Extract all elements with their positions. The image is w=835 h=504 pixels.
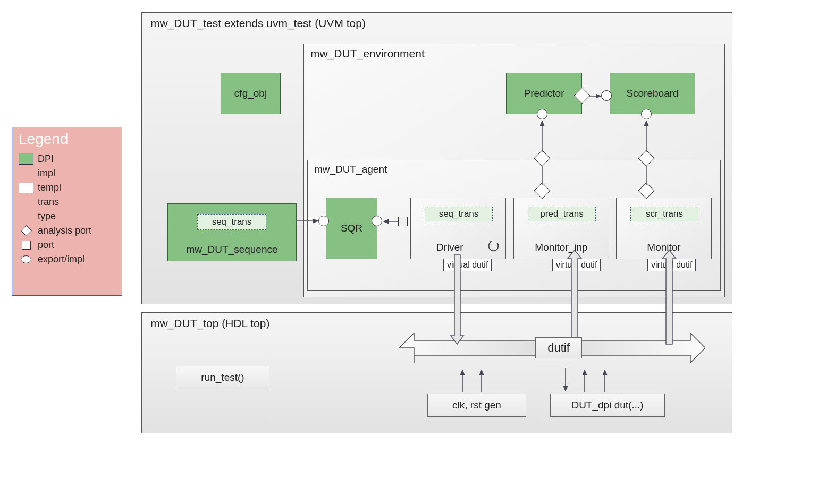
legend-panel: Legend DPI impl templ trans type analysi… xyxy=(12,127,122,296)
dutif-box: dutif xyxy=(535,337,582,358)
hdl-top-title: mw_DUT_top (HDL top) xyxy=(150,317,269,330)
monitor-inp-label: Monitor_inp xyxy=(514,242,609,253)
environment-title: mw_DUT_environment xyxy=(310,47,425,60)
driver-label: Driver xyxy=(436,242,463,253)
dut-dpi-label: DUT_dpi dut(...) xyxy=(571,399,643,411)
hdl-top-container: mw_DUT_top (HDL top) run_test() dutif cl… xyxy=(141,312,732,433)
scoreboard-box: Scoreboard xyxy=(610,73,695,114)
legend-export-label: export/impl xyxy=(38,254,85,265)
clk-rst-box: clk, rst gen xyxy=(427,394,526,417)
square-icon xyxy=(22,241,31,250)
driver-trans-label: seq_trans xyxy=(439,209,479,219)
monitor-trans-label: scr_trans xyxy=(646,209,683,219)
sequence-trans: seq_trans xyxy=(197,214,266,230)
legend-impl-row: impl xyxy=(19,168,122,179)
predictor-label: Predictor xyxy=(524,88,564,99)
cfg-obj-label: cfg_obj xyxy=(234,88,267,99)
clk-rst-label: clk, rst gen xyxy=(452,399,501,411)
sequence-label: mw_DUT_sequence xyxy=(186,244,277,255)
loop-icon xyxy=(486,240,500,253)
monitor-label: Monitor xyxy=(617,242,711,253)
sqr-right-export xyxy=(372,216,382,226)
sequence-trans-label: seq_trans xyxy=(212,217,252,227)
scoreboard-export xyxy=(601,90,612,101)
templ-swatch xyxy=(19,183,33,193)
legend-dpi-label: DPI xyxy=(38,153,54,165)
sqr-export xyxy=(318,216,329,226)
scoreboard-label: Scoreboard xyxy=(626,88,678,99)
monitor-inp-trans-label: pred_trans xyxy=(540,209,583,219)
sqr-box: SQR xyxy=(326,198,377,259)
legend-type-label: type xyxy=(38,211,56,222)
legend-port-label: port xyxy=(38,240,54,251)
driver-port xyxy=(398,217,408,226)
monitor-inp-trans: pred_trans xyxy=(528,207,596,221)
legend-templ-row: templ xyxy=(19,182,122,193)
sequence-box: mw_DUT_sequence seq_trans xyxy=(167,203,297,261)
monitor-inp-box: Monitor_inp pred_trans xyxy=(513,198,609,259)
monitor-box: Monitor scr_trans xyxy=(616,198,712,259)
sqr-label: SQR xyxy=(341,223,362,234)
agent-title: mw_DUT_agent xyxy=(314,164,387,175)
dut-dpi-box: DUT_dpi dut(...) xyxy=(550,394,665,417)
uvm-test-title: mw_DUT_test extends uvm_test (UVM top) xyxy=(150,17,366,30)
driver-box: Driver seq_trans xyxy=(410,198,506,259)
legend-type-row: type xyxy=(19,211,122,222)
legend-trans-label: trans xyxy=(38,197,59,208)
diamond-icon xyxy=(20,225,31,236)
runtest-box: run_test() xyxy=(176,366,269,389)
legend-analysis-label: analysis port xyxy=(38,225,91,236)
scoreboard-bottom-export xyxy=(641,109,652,119)
driver-dutif-badge: virtual dutif xyxy=(443,259,492,271)
monitor-trans: scr_trans xyxy=(630,207,698,221)
monitor-dutif-badge: virtual dutif xyxy=(647,259,696,271)
legend-title: Legend xyxy=(19,131,122,148)
legend-port-row: port xyxy=(19,240,122,251)
legend-analysis-row: analysis port xyxy=(19,225,122,236)
driver-trans: seq_trans xyxy=(425,207,493,221)
dutif-label: dutif xyxy=(547,341,570,355)
circle-icon xyxy=(21,255,31,263)
cfg-obj-box: cfg_obj xyxy=(221,73,281,114)
legend-trans-row: trans xyxy=(19,197,122,208)
legend-export-row: export/impl xyxy=(19,254,122,265)
dpi-swatch xyxy=(19,153,33,165)
runtest-label: run_test() xyxy=(201,372,244,383)
monitor-inp-dutif-badge: virtual dutif xyxy=(552,259,601,271)
legend-templ-label: templ xyxy=(38,182,61,193)
legend-dpi-row: DPI xyxy=(19,153,122,165)
predictor-bottom-export xyxy=(537,109,547,119)
predictor-box: Predictor xyxy=(506,73,582,114)
legend-impl-label: impl xyxy=(38,168,55,179)
